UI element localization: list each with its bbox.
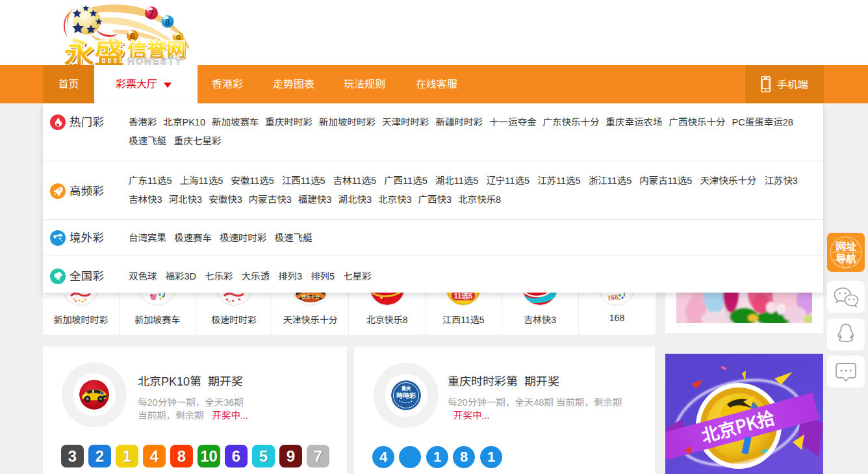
svg-text:時時彩: 時時彩: [396, 390, 416, 400]
svg-text:7: 7: [149, 8, 154, 19]
svg-text:11选5: 11选5: [454, 292, 473, 300]
svg-text:168: 168: [607, 293, 619, 302]
svg-text:8: 8: [165, 17, 170, 27]
svg-text:快乐十分: 快乐十分: [301, 294, 320, 300]
